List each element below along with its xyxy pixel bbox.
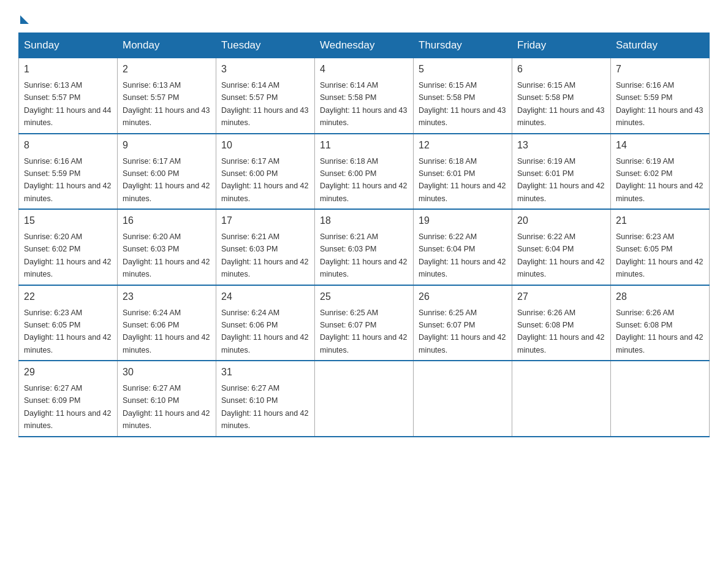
day-number: 21 [616,213,704,228]
calendar-cell: 7 Sunrise: 6:16 AMSunset: 5:59 PMDayligh… [611,58,710,134]
col-header-sunday: Sunday [19,33,118,58]
day-info: Sunrise: 6:18 AMSunset: 6:00 PMDaylight:… [320,157,407,203]
calendar-cell: 25 Sunrise: 6:25 AMSunset: 6:07 PMDaylig… [315,285,414,361]
calendar-week-3: 15 Sunrise: 6:20 AMSunset: 6:02 PMDaylig… [19,209,710,285]
day-info: Sunrise: 6:14 AMSunset: 5:57 PMDaylight:… [221,81,308,127]
day-info: Sunrise: 6:20 AMSunset: 6:03 PMDaylight:… [123,232,210,278]
calendar-cell: 2 Sunrise: 6:13 AMSunset: 5:57 PMDayligh… [118,58,216,134]
calendar-cell: 6 Sunrise: 6:15 AMSunset: 5:58 PMDayligh… [512,58,611,134]
day-info: Sunrise: 6:15 AMSunset: 5:58 PMDaylight:… [419,81,506,127]
day-info: Sunrise: 6:15 AMSunset: 5:58 PMDaylight:… [517,81,604,127]
day-number: 2 [123,62,211,77]
day-info: Sunrise: 6:23 AMSunset: 6:05 PMDaylight:… [616,232,703,278]
day-number: 5 [419,62,507,77]
day-info: Sunrise: 6:13 AMSunset: 5:57 PMDaylight:… [24,81,111,127]
day-info: Sunrise: 6:26 AMSunset: 6:08 PMDaylight:… [517,308,604,354]
calendar-cell: 5 Sunrise: 6:15 AMSunset: 5:58 PMDayligh… [414,58,512,134]
calendar-cell [512,361,611,437]
calendar-cell [414,361,512,437]
day-number: 13 [517,138,605,153]
calendar-week-4: 22 Sunrise: 6:23 AMSunset: 6:05 PMDaylig… [19,285,710,361]
calendar-cell: 13 Sunrise: 6:19 AMSunset: 6:01 PMDaylig… [512,134,611,210]
day-number: 25 [320,289,408,304]
logo-arrow-icon [20,15,29,24]
calendar-week-1: 1 Sunrise: 6:13 AMSunset: 5:57 PMDayligh… [19,58,710,134]
day-info: Sunrise: 6:17 AMSunset: 6:00 PMDaylight:… [221,157,308,203]
day-info: Sunrise: 6:24 AMSunset: 6:06 PMDaylight:… [221,308,308,354]
day-info: Sunrise: 6:27 AMSunset: 6:09 PMDaylight:… [24,384,111,430]
calendar-cell: 20 Sunrise: 6:22 AMSunset: 6:04 PMDaylig… [512,209,611,285]
day-info: Sunrise: 6:16 AMSunset: 5:59 PMDaylight:… [616,81,703,127]
calendar-cell: 31 Sunrise: 6:27 AMSunset: 6:10 PMDaylig… [216,361,315,437]
day-number: 7 [616,62,704,77]
day-info: Sunrise: 6:22 AMSunset: 6:04 PMDaylight:… [517,232,604,278]
day-number: 31 [221,365,309,380]
day-number: 10 [221,138,309,153]
day-number: 16 [123,213,211,228]
calendar-cell: 30 Sunrise: 6:27 AMSunset: 6:10 PMDaylig… [118,361,216,437]
calendar-cell: 1 Sunrise: 6:13 AMSunset: 5:57 PMDayligh… [19,58,118,134]
day-number: 30 [123,365,211,380]
day-number: 8 [24,138,112,153]
day-number: 14 [616,138,704,153]
calendar-cell [315,361,414,437]
calendar-cell: 21 Sunrise: 6:23 AMSunset: 6:05 PMDaylig… [611,209,710,285]
calendar-cell: 14 Sunrise: 6:19 AMSunset: 6:02 PMDaylig… [611,134,710,210]
calendar-header: SundayMondayTuesdayWednesdayThursdayFrid… [19,33,710,58]
day-number: 12 [419,138,507,153]
page-header [18,12,710,21]
day-info: Sunrise: 6:19 AMSunset: 6:02 PMDaylight:… [616,157,703,203]
day-number: 19 [419,213,507,228]
day-number: 18 [320,213,408,228]
day-info: Sunrise: 6:17 AMSunset: 6:00 PMDaylight:… [123,157,210,203]
calendar-cell: 27 Sunrise: 6:26 AMSunset: 6:08 PMDaylig… [512,285,611,361]
logo [18,12,29,21]
calendar-cell: 8 Sunrise: 6:16 AMSunset: 5:59 PMDayligh… [19,134,118,210]
day-number: 3 [221,62,309,77]
day-number: 20 [517,213,605,228]
day-number: 29 [24,365,112,380]
day-number: 1 [24,62,112,77]
calendar-cell: 16 Sunrise: 6:20 AMSunset: 6:03 PMDaylig… [118,209,216,285]
day-number: 28 [616,289,704,304]
day-info: Sunrise: 6:27 AMSunset: 6:10 PMDaylight:… [221,384,308,430]
calendar-week-2: 8 Sunrise: 6:16 AMSunset: 5:59 PMDayligh… [19,134,710,210]
calendar-cell: 22 Sunrise: 6:23 AMSunset: 6:05 PMDaylig… [19,285,118,361]
day-info: Sunrise: 6:14 AMSunset: 5:58 PMDaylight:… [320,81,407,127]
day-info: Sunrise: 6:19 AMSunset: 6:01 PMDaylight:… [517,157,604,203]
calendar-cell: 23 Sunrise: 6:24 AMSunset: 6:06 PMDaylig… [118,285,216,361]
day-number: 22 [24,289,112,304]
col-header-saturday: Saturday [611,33,710,58]
day-number: 26 [419,289,507,304]
day-info: Sunrise: 6:21 AMSunset: 6:03 PMDaylight:… [320,232,407,278]
calendar-cell: 28 Sunrise: 6:26 AMSunset: 6:08 PMDaylig… [611,285,710,361]
day-number: 4 [320,62,408,77]
calendar-cell: 12 Sunrise: 6:18 AMSunset: 6:01 PMDaylig… [414,134,512,210]
day-info: Sunrise: 6:22 AMSunset: 6:04 PMDaylight:… [419,232,506,278]
calendar-cell: 24 Sunrise: 6:24 AMSunset: 6:06 PMDaylig… [216,285,315,361]
calendar-cell [611,361,710,437]
day-info: Sunrise: 6:27 AMSunset: 6:10 PMDaylight:… [123,384,210,430]
calendar-cell: 18 Sunrise: 6:21 AMSunset: 6:03 PMDaylig… [315,209,414,285]
day-number: 23 [123,289,211,304]
day-info: Sunrise: 6:26 AMSunset: 6:08 PMDaylight:… [616,308,703,354]
calendar-cell: 11 Sunrise: 6:18 AMSunset: 6:00 PMDaylig… [315,134,414,210]
calendar-cell: 29 Sunrise: 6:27 AMSunset: 6:09 PMDaylig… [19,361,118,437]
day-info: Sunrise: 6:16 AMSunset: 5:59 PMDaylight:… [24,157,111,203]
day-info: Sunrise: 6:24 AMSunset: 6:06 PMDaylight:… [123,308,210,354]
col-header-thursday: Thursday [414,33,512,58]
calendar-cell: 17 Sunrise: 6:21 AMSunset: 6:03 PMDaylig… [216,209,315,285]
day-number: 15 [24,213,112,228]
calendar-cell: 9 Sunrise: 6:17 AMSunset: 6:00 PMDayligh… [118,134,216,210]
day-number: 9 [123,138,211,153]
col-header-friday: Friday [512,33,611,58]
day-info: Sunrise: 6:23 AMSunset: 6:05 PMDaylight:… [24,308,111,354]
day-info: Sunrise: 6:25 AMSunset: 6:07 PMDaylight:… [320,308,407,354]
day-info: Sunrise: 6:20 AMSunset: 6:02 PMDaylight:… [24,232,111,278]
calendar-cell: 4 Sunrise: 6:14 AMSunset: 5:58 PMDayligh… [315,58,414,134]
day-info: Sunrise: 6:21 AMSunset: 6:03 PMDaylight:… [221,232,308,278]
calendar-table: SundayMondayTuesdayWednesdayThursdayFrid… [18,33,710,437]
day-number: 6 [517,62,605,77]
day-number: 17 [221,213,309,228]
day-number: 11 [320,138,408,153]
